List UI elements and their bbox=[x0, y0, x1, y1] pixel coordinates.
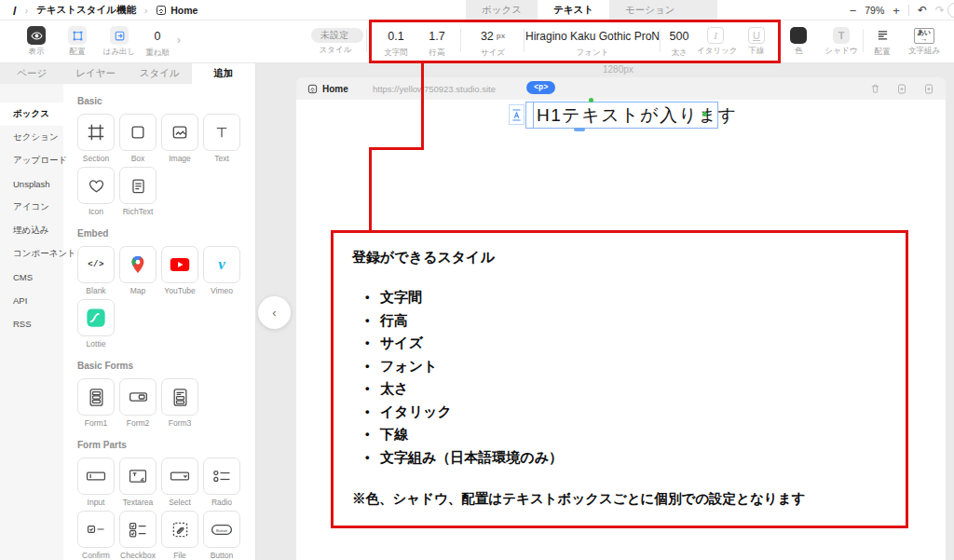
element-card-Checkbox[interactable]: Checkbox bbox=[119, 511, 157, 560]
category-CMS[interactable]: CMS bbox=[0, 266, 63, 289]
underline-control[interactable]: U 下線 bbox=[738, 26, 775, 57]
element-card-Form2[interactable]: Form2 bbox=[119, 378, 157, 428]
element-card-Form3[interactable]: Form3 bbox=[161, 378, 198, 428]
form3-icon[interactable] bbox=[161, 378, 198, 416]
breadcrumb-page[interactable]: Home bbox=[156, 5, 198, 16]
chevron-right-icon[interactable]: › bbox=[177, 34, 181, 47]
line-height-control[interactable]: 1.7 行高 bbox=[419, 26, 455, 59]
text-color-control[interactable]: 色 bbox=[784, 26, 812, 57]
element-card-Lottie[interactable]: Lottie bbox=[77, 299, 115, 348]
textarea-icon[interactable] bbox=[119, 458, 157, 495]
drag-handle[interactable] bbox=[526, 102, 534, 128]
editor-tab-モーション[interactable]: モーション bbox=[609, 0, 690, 20]
element-card-Vimeo[interactable]: vVimeo bbox=[203, 246, 240, 295]
richtext-icon[interactable] bbox=[119, 167, 157, 204]
mojikumi-control[interactable]: あい → 文字組み bbox=[902, 26, 947, 57]
visibility-control[interactable]: 表示 bbox=[20, 26, 52, 58]
text-cursor-handle[interactable] bbox=[574, 128, 585, 131]
element-card-Button[interactable]: ButtonButton bbox=[203, 511, 240, 560]
italic-control[interactable]: I イタリック bbox=[697, 26, 734, 57]
element-card-Blank[interactable]: </>Blank bbox=[77, 246, 115, 295]
lottie-icon[interactable] bbox=[77, 299, 115, 336]
overflow-control[interactable]: はみ出し bbox=[99, 26, 140, 58]
text-align-control[interactable]: 配置 bbox=[866, 26, 898, 58]
element-card-Radio[interactable]: Radio bbox=[203, 458, 240, 507]
collapse-panel-button[interactable]: ‹ bbox=[258, 296, 291, 329]
category-Unsplash[interactable]: Unsplash bbox=[0, 172, 63, 196]
trash-icon[interactable] bbox=[870, 83, 880, 94]
category-セクション[interactable]: セクション bbox=[0, 126, 63, 149]
confirm-icon[interactable] bbox=[77, 511, 115, 548]
undo-icon[interactable]: ↶ bbox=[918, 4, 927, 17]
resize-handle[interactable] bbox=[589, 98, 593, 102]
selected-text-element[interactable]: H1テキストが入ります bbox=[525, 102, 718, 129]
page-tab[interactable]: Home bbox=[307, 84, 373, 94]
mojikumi-icon[interactable]: あい → bbox=[914, 28, 934, 44]
letter-spacing-control[interactable]: 0.1 文字間 bbox=[378, 26, 414, 59]
element-card-Form1[interactable]: Form1 bbox=[77, 378, 115, 428]
element-card-Image[interactable]: Image bbox=[161, 114, 198, 163]
overflow-icon[interactable] bbox=[110, 26, 129, 45]
element-card-File[interactable]: File bbox=[161, 511, 198, 560]
zoom-level[interactable]: 79% bbox=[865, 5, 884, 16]
code-icon[interactable]: </> bbox=[77, 246, 115, 283]
text-style-marker[interactable] bbox=[509, 104, 525, 125]
category-埋め込み[interactable]: 埋め込み bbox=[0, 219, 63, 242]
font-family-control[interactable]: Hiragino Kaku Gothic ProN フォント bbox=[527, 26, 658, 59]
design-canvas[interactable]: 1280px ‹ Home https://yellow750923.studi… bbox=[256, 63, 954, 560]
panel-tab-ページ[interactable]: ページ bbox=[0, 63, 64, 84]
underline-icon[interactable]: U bbox=[748, 27, 765, 44]
element-card-Textarea[interactable]: Textarea bbox=[119, 458, 157, 507]
italic-icon[interactable]: I bbox=[707, 27, 724, 44]
element-card-Select[interactable]: Select bbox=[161, 458, 198, 507]
section-icon[interactable] bbox=[77, 114, 115, 151]
color-swatch[interactable] bbox=[790, 27, 807, 44]
add-page-icon[interactable] bbox=[923, 83, 934, 95]
vimeo-icon[interactable]: v bbox=[203, 246, 240, 283]
text-icon[interactable] bbox=[203, 114, 240, 151]
category-アイコン[interactable]: アイコン bbox=[0, 196, 63, 219]
font-weight-control[interactable]: 500 太さ bbox=[661, 26, 697, 59]
breadcrumb-project[interactable]: テキストスタイル機能 bbox=[36, 4, 136, 17]
category-ボックス[interactable]: ボックス bbox=[0, 102, 63, 126]
studio-logo-icon[interactable]: / bbox=[13, 4, 17, 18]
element-card-Confirm[interactable]: Confirm bbox=[77, 511, 115, 560]
category-アップロード[interactable]: アップロード bbox=[0, 149, 63, 172]
zoom-out-button[interactable]: − bbox=[850, 4, 857, 18]
image-icon[interactable] bbox=[161, 114, 198, 151]
editor-tab-テキスト[interactable]: テキスト bbox=[538, 0, 609, 20]
avatar[interactable] bbox=[947, 3, 954, 18]
panel-tab-追加[interactable]: 追加 bbox=[192, 63, 256, 84]
style-preset-badge[interactable]: 未設定 bbox=[311, 28, 363, 43]
resize-handle[interactable] bbox=[702, 112, 707, 116]
category-RSS[interactable]: RSS bbox=[0, 312, 63, 335]
radio-icon[interactable] bbox=[203, 458, 240, 495]
heart-icon[interactable] bbox=[77, 167, 115, 204]
button-icon[interactable]: Button bbox=[203, 511, 240, 548]
category-コンポーネント[interactable]: コンポーネント bbox=[0, 242, 63, 266]
element-card-Input[interactable]: Input bbox=[77, 458, 115, 507]
panel-tab-レイヤー[interactable]: レイヤー bbox=[64, 63, 129, 84]
element-card-Map[interactable]: Map bbox=[119, 246, 157, 295]
element-card-YouTube[interactable]: YouTube bbox=[161, 246, 198, 295]
element-card-Icon[interactable]: Icon bbox=[77, 167, 115, 216]
text-style-preset[interactable]: 未設定 スタイル bbox=[307, 26, 363, 56]
stack-order-control[interactable]: 0 重ね順 bbox=[142, 26, 173, 59]
element-card-Box[interactable]: Box bbox=[119, 114, 157, 163]
font-size-control[interactable]: 32px サイズ bbox=[468, 26, 518, 59]
align-left-icon[interactable] bbox=[873, 26, 892, 45]
zoom-in-button[interactable]: + bbox=[893, 4, 900, 18]
form2-icon[interactable] bbox=[119, 378, 157, 416]
input-icon[interactable] bbox=[77, 458, 115, 495]
element-card-Text[interactable]: Text bbox=[203, 114, 240, 163]
panel-tab-スタイル[interactable]: スタイル bbox=[128, 63, 192, 84]
element-card-Section[interactable]: Section bbox=[77, 114, 115, 163]
duplicate-page-icon[interactable] bbox=[896, 83, 907, 95]
editor-tab-ボックス[interactable]: ボックス bbox=[466, 0, 538, 20]
file-icon[interactable] bbox=[161, 511, 198, 548]
box-icon[interactable] bbox=[119, 114, 157, 151]
category-API[interactable]: API bbox=[0, 289, 63, 312]
shadow-icon[interactable]: T bbox=[833, 27, 850, 44]
site-url[interactable]: https://yellow750923.studio.site bbox=[373, 84, 496, 94]
arrange-icon[interactable] bbox=[68, 26, 87, 45]
